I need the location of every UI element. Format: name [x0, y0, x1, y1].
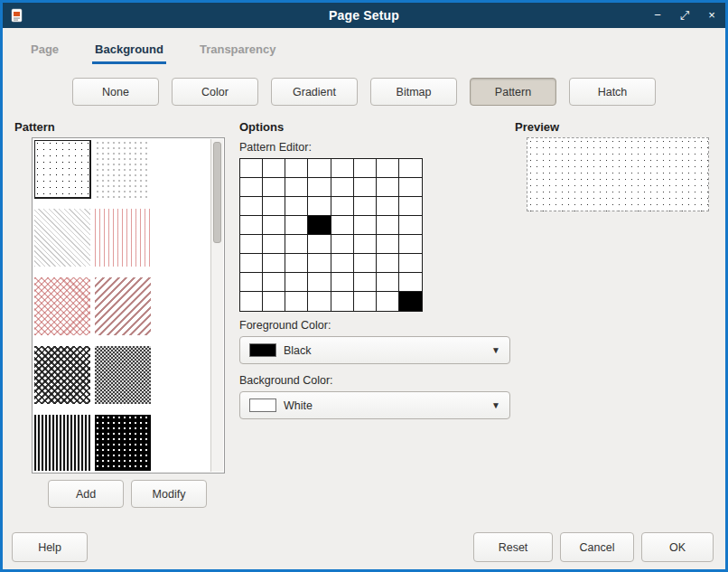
editor-cell-0-4[interactable] [331, 159, 354, 178]
editor-cell-1-4[interactable] [331, 178, 354, 197]
editor-cell-0-6[interactable] [377, 159, 399, 178]
editor-cell-6-0[interactable] [240, 273, 263, 292]
editor-cell-0-3[interactable] [308, 159, 331, 178]
editor-cell-7-4[interactable] [331, 292, 354, 311]
fill-bitmap-button[interactable]: Bitmap [370, 78, 457, 106]
fill-pattern-button[interactable]: Pattern [470, 78, 556, 106]
editor-cell-4-2[interactable] [285, 235, 308, 254]
pattern-swatch-dots-faint[interactable] [95, 140, 151, 198]
fill-gradient-button[interactable]: Gradient [271, 78, 358, 106]
editor-cell-1-3[interactable] [308, 178, 331, 197]
editor-cell-5-3[interactable] [308, 254, 331, 273]
fill-color-button[interactable]: Color [172, 78, 258, 106]
editor-cell-6-6[interactable] [377, 273, 399, 292]
editor-cell-3-5[interactable] [354, 216, 377, 235]
editor-cell-0-5[interactable] [354, 159, 377, 178]
modify-button[interactable]: Modify [131, 480, 207, 508]
editor-cell-4-7[interactable] [399, 235, 422, 254]
editor-cell-0-0[interactable] [240, 159, 263, 178]
editor-cell-3-2[interactable] [285, 216, 308, 235]
editor-cell-5-4[interactable] [331, 254, 354, 273]
editor-cell-4-1[interactable] [263, 235, 285, 254]
editor-cell-7-2[interactable] [285, 292, 308, 311]
pattern-swatch-lines-vertical-red[interactable] [95, 209, 151, 267]
pattern-swatch-dots-diagonal[interactable] [34, 209, 90, 267]
editor-cell-7-1[interactable] [263, 292, 285, 311]
minimize-icon[interactable]: − [651, 3, 664, 28]
background-color-dropdown[interactable]: White ▼ [239, 391, 510, 419]
editor-cell-2-6[interactable] [377, 197, 399, 216]
editor-cell-0-1[interactable] [263, 159, 285, 178]
editor-cell-2-7[interactable] [399, 197, 422, 216]
pattern-editor-grid[interactable] [239, 158, 423, 312]
editor-cell-6-2[interactable] [285, 273, 308, 292]
editor-cell-3-4[interactable] [331, 216, 354, 235]
help-button[interactable]: Help [12, 532, 88, 562]
editor-cell-7-6[interactable] [377, 292, 399, 311]
editor-cell-4-5[interactable] [354, 235, 377, 254]
ok-button[interactable]: OK [641, 532, 714, 562]
titlebar[interactable]: Page Setup − ⤢ × [3, 3, 725, 28]
editor-cell-3-6[interactable] [377, 216, 399, 235]
tab-background[interactable]: Background [92, 42, 166, 64]
editor-cell-5-7[interactable] [399, 254, 422, 273]
close-icon[interactable]: × [705, 3, 718, 28]
editor-cell-6-1[interactable] [263, 273, 285, 292]
editor-cell-2-4[interactable] [331, 197, 354, 216]
scrollbar-thumb[interactable] [213, 142, 221, 243]
editor-cell-7-0[interactable] [240, 292, 263, 311]
editor-cell-4-4[interactable] [331, 235, 354, 254]
editor-cell-2-3[interactable] [308, 197, 331, 216]
editor-cell-5-5[interactable] [354, 254, 377, 273]
editor-cell-2-2[interactable] [285, 197, 308, 216]
tab-transparency[interactable]: Transparency [197, 42, 279, 64]
fill-none-button[interactable]: None [72, 78, 159, 106]
reset-button[interactable]: Reset [473, 532, 553, 562]
pattern-swatch-diagonal-red[interactable] [95, 277, 151, 335]
editor-cell-6-7[interactable] [399, 273, 422, 292]
editor-cell-1-0[interactable] [240, 178, 263, 197]
pattern-list[interactable] [32, 137, 225, 474]
pattern-swatch-black-white-dots[interactable] [95, 415, 151, 471]
pattern-swatch-stripes-vertical[interactable] [34, 415, 90, 471]
editor-cell-1-5[interactable] [354, 178, 377, 197]
editor-cell-2-5[interactable] [354, 197, 377, 216]
pattern-swatch-dots-sparse[interactable] [34, 140, 90, 198]
options-section-title: Options [239, 120, 284, 134]
editor-cell-6-3[interactable] [308, 273, 331, 292]
editor-cell-3-3[interactable] [308, 216, 331, 235]
editor-cell-6-4[interactable] [331, 273, 354, 292]
editor-cell-4-0[interactable] [240, 235, 263, 254]
editor-cell-0-2[interactable] [285, 159, 308, 178]
editor-cell-1-6[interactable] [377, 178, 399, 197]
pattern-swatch-crosshatch-dark[interactable] [34, 346, 90, 404]
editor-cell-3-0[interactable] [240, 216, 263, 235]
maximize-icon[interactable]: ⤢ [678, 3, 691, 28]
editor-cell-5-1[interactable] [263, 254, 285, 273]
add-button[interactable]: Add [48, 480, 124, 508]
editor-cell-4-6[interactable] [377, 235, 399, 254]
editor-cell-1-1[interactable] [263, 178, 285, 197]
pattern-list-scrollbar[interactable] [210, 139, 223, 472]
fill-hatch-button[interactable]: Hatch [569, 78, 656, 106]
editor-cell-5-0[interactable] [240, 254, 263, 273]
editor-cell-4-3[interactable] [308, 235, 331, 254]
editor-cell-3-1[interactable] [263, 216, 285, 235]
editor-cell-2-0[interactable] [240, 197, 263, 216]
pattern-swatch-checker-fine[interactable] [95, 346, 151, 404]
editor-cell-5-2[interactable] [285, 254, 308, 273]
editor-cell-6-5[interactable] [354, 273, 377, 292]
editor-cell-7-7[interactable] [399, 292, 422, 311]
editor-cell-5-6[interactable] [377, 254, 399, 273]
pattern-swatch-crosshatch-red[interactable] [34, 277, 90, 335]
cancel-button[interactable]: Cancel [560, 532, 634, 562]
editor-cell-7-3[interactable] [308, 292, 331, 311]
editor-cell-1-2[interactable] [285, 178, 308, 197]
editor-cell-0-7[interactable] [399, 159, 422, 178]
editor-cell-2-1[interactable] [263, 197, 285, 216]
editor-cell-1-7[interactable] [399, 178, 422, 197]
tab-page[interactable]: Page [28, 42, 61, 64]
foreground-color-dropdown[interactable]: Black ▼ [239, 336, 510, 364]
editor-cell-7-5[interactable] [354, 292, 377, 311]
editor-cell-3-7[interactable] [399, 216, 422, 235]
